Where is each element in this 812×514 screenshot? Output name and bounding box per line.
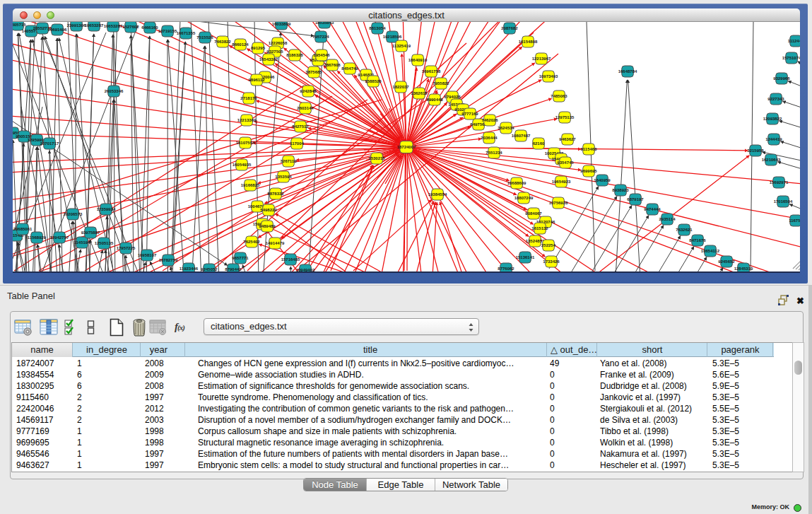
svg-text:11568929: 11568929 xyxy=(28,235,47,240)
svg-text:3875685: 3875685 xyxy=(305,70,322,74)
svg-text:16543382: 16543382 xyxy=(259,57,278,62)
svg-text:8660124: 8660124 xyxy=(232,42,249,47)
svg-text:10688609: 10688609 xyxy=(507,181,526,185)
svg-text:17359924: 17359924 xyxy=(97,207,116,211)
svg-text:16648784: 16648784 xyxy=(618,69,637,74)
svg-text:16961758: 16961758 xyxy=(422,69,441,74)
svg-text:2087682: 2087682 xyxy=(501,26,518,30)
svg-text:17016504: 17016504 xyxy=(774,199,793,204)
svg-text:9227343: 9227343 xyxy=(767,97,784,101)
svg-text:6879197: 6879197 xyxy=(627,197,644,201)
svg-text:3215958: 3215958 xyxy=(747,148,764,153)
svg-text:26053346: 26053346 xyxy=(105,89,124,93)
svg-text:1954546: 1954546 xyxy=(313,53,330,57)
svg-text:2530215: 2530215 xyxy=(368,156,385,160)
svg-text:10653287: 10653287 xyxy=(85,23,104,28)
svg-text:19654923: 19654923 xyxy=(552,180,571,184)
svg-text:9329966: 9329966 xyxy=(773,76,790,81)
svg-text:1733426: 1733426 xyxy=(543,259,560,264)
svg-text:7625402: 7625402 xyxy=(243,240,260,244)
svg-text:8454749: 8454749 xyxy=(341,66,358,71)
svg-text:12942757: 12942757 xyxy=(50,235,69,240)
svg-text:10973493: 10973493 xyxy=(539,74,558,78)
svg-text:14914479: 14914479 xyxy=(266,241,285,245)
svg-text:10654112: 10654112 xyxy=(701,249,720,253)
svg-text:6794028: 6794028 xyxy=(444,95,461,99)
svg-text:2603144: 2603144 xyxy=(297,106,314,110)
svg-text:16782759: 16782759 xyxy=(159,258,178,262)
svg-text:8776062: 8776062 xyxy=(498,267,514,271)
svg-text:9699695: 9699695 xyxy=(580,169,597,173)
svg-text:12505135: 12505135 xyxy=(95,241,114,245)
svg-text:16054935: 16054935 xyxy=(233,163,252,167)
svg-text:11325419: 11325419 xyxy=(392,44,411,48)
svg-text:19166825: 19166825 xyxy=(241,183,260,187)
svg-text:9242848: 9242848 xyxy=(300,89,317,93)
svg-text:9354745: 9354745 xyxy=(557,160,574,165)
svg-text:16154808: 16154808 xyxy=(519,40,538,44)
svg-text:20206573: 20206573 xyxy=(64,212,83,216)
svg-text:2935114: 2935114 xyxy=(659,217,676,221)
svg-text:8938923: 8938923 xyxy=(612,188,629,192)
svg-text:9489489: 9489489 xyxy=(259,224,276,228)
svg-text:9327505: 9327505 xyxy=(266,49,283,54)
svg-text:23991306: 23991306 xyxy=(67,23,86,28)
svg-text:1615132: 1615132 xyxy=(531,226,548,230)
svg-text:8186328: 8186328 xyxy=(286,53,303,57)
svg-text:6466160: 6466160 xyxy=(141,25,158,30)
svg-text:1145194: 1145194 xyxy=(73,240,90,245)
svg-text:16033809: 16033809 xyxy=(272,22,291,26)
svg-text:5498222: 5498222 xyxy=(260,208,277,212)
svg-text:1353594: 1353594 xyxy=(275,175,292,179)
svg-text:9777169: 9777169 xyxy=(461,112,478,116)
svg-text:15136141: 15136141 xyxy=(516,255,535,259)
svg-text:8427512: 8427512 xyxy=(292,124,309,129)
svg-text:3624534: 3624534 xyxy=(498,126,514,130)
svg-text:891295: 891295 xyxy=(251,46,266,50)
svg-text:62160: 62160 xyxy=(533,141,545,146)
svg-text:12213369: 12213369 xyxy=(237,118,257,122)
svg-text:20691406: 20691406 xyxy=(48,28,67,32)
svg-text:9896112: 9896112 xyxy=(248,78,265,82)
svg-text:7462026: 7462026 xyxy=(481,118,498,122)
svg-text:9605715: 9605715 xyxy=(13,23,26,27)
svg-text:1640959: 1640959 xyxy=(594,178,611,182)
svg-text:10653287: 10653287 xyxy=(104,24,123,28)
svg-text:117004: 117004 xyxy=(290,141,304,146)
svg-text:12226058: 12226058 xyxy=(269,41,288,45)
svg-text:9463627: 9463627 xyxy=(559,137,576,141)
svg-text:15716485: 15716485 xyxy=(281,257,300,262)
svg-text:252254: 252254 xyxy=(541,243,556,247)
svg-text:19218506: 19218506 xyxy=(383,35,402,39)
svg-text:9657771: 9657771 xyxy=(232,256,249,260)
svg-text:16671355: 16671355 xyxy=(177,31,196,35)
svg-text:15692971: 15692971 xyxy=(770,180,789,185)
svg-text:10958107: 10958107 xyxy=(138,253,157,257)
svg-text:7957224: 7957224 xyxy=(312,35,329,39)
svg-text:9084067: 9084067 xyxy=(525,211,542,216)
svg-text:7955822: 7955822 xyxy=(433,81,449,86)
svg-text:7485063: 7485063 xyxy=(551,94,567,98)
svg-text:1362615: 1362615 xyxy=(411,91,428,95)
svg-text:18640910: 18640910 xyxy=(408,58,428,62)
svg-text:10719155: 10719155 xyxy=(158,29,177,33)
svg-text:10807487: 10807487 xyxy=(512,134,531,138)
svg-text:15751074: 15751074 xyxy=(782,56,800,60)
svg-text:12975135: 12975135 xyxy=(555,115,575,119)
svg-text:16107554: 16107554 xyxy=(236,141,255,145)
svg-text:2867608: 2867608 xyxy=(324,63,341,67)
svg-text:8471676: 8471676 xyxy=(689,238,706,243)
svg-text:1527602: 1527602 xyxy=(122,25,139,29)
svg-text:9115460: 9115460 xyxy=(580,147,597,151)
svg-text:20701717: 20701717 xyxy=(40,141,59,146)
svg-text:7663822: 7663822 xyxy=(214,40,231,44)
svg-text:11923446: 11923446 xyxy=(180,267,199,271)
svg-text:8990448: 8990448 xyxy=(426,98,443,102)
svg-text:12213967: 12213967 xyxy=(532,57,551,61)
svg-text:7551234: 7551234 xyxy=(486,151,502,155)
svg-text:1244419: 1244419 xyxy=(765,137,782,141)
svg-text:9245052: 9245052 xyxy=(201,267,218,271)
svg-text:19384554: 19384554 xyxy=(428,192,447,197)
svg-text:3267110: 3267110 xyxy=(280,159,297,163)
svg-text:7515526: 7515526 xyxy=(196,35,213,40)
